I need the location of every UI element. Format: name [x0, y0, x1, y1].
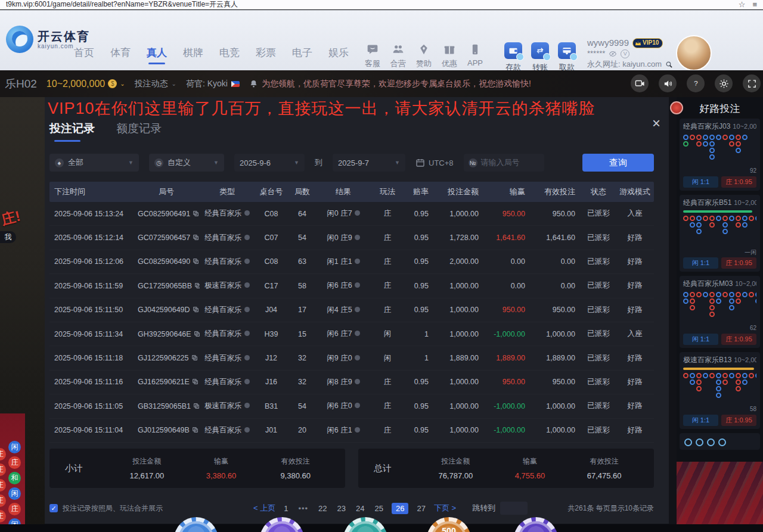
road-card-0[interactable]: 经典百家乐J0310~2,000,00092闲 1:1庄 1:0.95	[680, 119, 760, 191]
copy-icon[interactable]	[194, 331, 200, 337]
nav-item-1[interactable]: 体育	[110, 46, 131, 66]
page-url[interactable]: t9km.vip:6001/game/detail/realbet?enName…	[6, 0, 731, 10]
page-button-25[interactable]: 25	[373, 503, 385, 514]
game-type-dropdown[interactable]: ♠ 全部▼	[49, 154, 139, 172]
player-bet-button[interactable]: 闲 1:1	[683, 334, 718, 345]
quick-link-partner[interactable]: 合营	[390, 43, 406, 69]
bead: 庄	[0, 463, 6, 476]
cell-win: 950.00	[485, 378, 531, 386]
copy-icon[interactable]	[193, 258, 199, 265]
table-limit[interactable]: 10~2,000,000 $ ⌄	[46, 79, 125, 89]
bet-chip-2[interactable]	[343, 517, 387, 532]
quick-link-app[interactable]: APP	[467, 43, 483, 69]
search-icon[interactable]	[665, 61, 673, 69]
svg-text:?: ?	[694, 80, 697, 87]
banker-bet-button[interactable]: 庄 1:0.95	[721, 257, 756, 269]
nav-item-6[interactable]: 电子	[292, 46, 312, 66]
merge-checkbox[interactable]: ✓	[49, 504, 58, 512]
page-button-1[interactable]: 1	[282, 503, 290, 514]
cell-mode: 好路	[616, 425, 654, 435]
banker-bet-button[interactable]: 庄 1:0.95	[721, 176, 756, 188]
road-bead	[722, 135, 728, 140]
nav-item-2[interactable]: 真人	[147, 46, 167, 66]
tab-1[interactable]: 额度记录	[116, 121, 162, 142]
bet-chip-3[interactable]: 500	[427, 517, 471, 532]
banker-bet-button[interactable]: 庄 1:0.95	[721, 415, 756, 426]
copy-icon[interactable]	[192, 378, 198, 385]
tab-0[interactable]: 投注记录	[49, 121, 95, 142]
close-icon[interactable]: ×	[652, 117, 660, 130]
username[interactable]: wywy9999	[587, 38, 629, 48]
road-card-2[interactable]: 经典百家乐M0310~2,000,00062闲 1:1庄 1:0.95	[680, 276, 760, 348]
road-bead	[716, 292, 721, 297]
copy-icon[interactable]	[193, 403, 200, 409]
eye-icon[interactable]	[609, 51, 617, 57]
nav-item-0[interactable]: 首页	[74, 46, 94, 66]
video-icon[interactable]	[631, 74, 649, 92]
roadmap	[683, 373, 756, 405]
road-card-partial[interactable]	[680, 433, 760, 450]
wallet-link-transfer[interactable]: 转账	[531, 42, 549, 73]
bet-feed-toggle[interactable]: 投注动态 ⌄	[135, 79, 176, 89]
help-icon[interactable]: ?	[687, 74, 705, 92]
copy-icon[interactable]	[193, 306, 199, 313]
page-button-22[interactable]: 22	[317, 503, 328, 514]
prev-page-button[interactable]: < 上页	[253, 503, 275, 514]
road-bead	[703, 373, 708, 378]
bookmark-star-icon[interactable]: ☆	[739, 1, 746, 8]
road-card-name: 极速百家乐B13	[683, 355, 731, 365]
player-bet-button[interactable]: 闲 1:1	[683, 415, 718, 426]
road-bead	[703, 292, 708, 297]
avatar[interactable]	[676, 35, 712, 71]
page-button-23[interactable]: 23	[336, 503, 348, 514]
copy-icon[interactable]	[193, 210, 199, 217]
cell-time: 2025-09-06 15:11:04	[49, 426, 133, 434]
bet-chip-0[interactable]	[174, 517, 218, 532]
quick-link-label: 赞助	[416, 58, 432, 69]
nav-item-5[interactable]: 彩票	[256, 46, 276, 66]
road-bead	[729, 373, 734, 378]
quick-link-promo[interactable]: 优惠	[442, 43, 457, 69]
quick-link-support[interactable]: 客服	[365, 43, 380, 69]
copy-icon[interactable]	[193, 234, 199, 241]
fullscreen-icon[interactable]	[743, 74, 761, 92]
quick-link-sponsor[interactable]: 赞助	[416, 43, 432, 69]
round-number-input[interactable]: № 请输入局号	[464, 154, 544, 172]
modal-tabs: 投注记录额度记录	[49, 121, 162, 142]
copy-icon[interactable]	[191, 354, 198, 361]
col-header: 输赢	[485, 186, 531, 197]
wallet-link-withdraw[interactable]: 取款	[558, 42, 576, 73]
nav-item-3[interactable]: 棋牌	[183, 46, 203, 66]
banker-bet-button[interactable]: 庄 1:0.95	[721, 334, 756, 345]
road-card-1[interactable]: 经典百家乐B5110~2,000,000一闲闲 1:1庄 1:0.95	[680, 195, 760, 272]
road-card-3[interactable]: 极速百家乐B1310~2,000,00058闲 1:1庄 1:0.95	[680, 352, 760, 429]
player-bet-button[interactable]: 闲 1:1	[683, 257, 718, 269]
speaker-icon[interactable]	[659, 74, 677, 92]
cell-round: GJ1225906225	[133, 354, 200, 362]
copy-icon[interactable]	[192, 427, 198, 433]
browser-menu-icon[interactable]: ≡	[752, 1, 757, 8]
cell-time: 2025-09-06 15:11:05	[49, 402, 133, 410]
wallet-link-deposit[interactable]: 存款	[504, 42, 522, 73]
copy-icon[interactable]	[194, 282, 200, 289]
next-page-button[interactable]: 下页 >	[434, 503, 456, 514]
jump-input[interactable]	[500, 502, 528, 515]
time-range-dropdown[interactable]: ◷ 自定义▼	[149, 154, 224, 172]
page-button-24[interactable]: 24	[354, 503, 366, 514]
cell-play: 庄	[370, 401, 405, 411]
bet-chip-4[interactable]	[514, 517, 558, 532]
page-button-27[interactable]: 27	[415, 503, 427, 514]
search-button[interactable]: 查询	[582, 154, 654, 172]
me-badge[interactable]: 我	[0, 231, 16, 243]
permanent-url[interactable]: 永久网址: kaiyun.com	[587, 59, 662, 70]
road-bead	[690, 135, 695, 140]
bet-chip-1[interactable]	[260, 517, 304, 532]
settings-icon[interactable]	[715, 74, 733, 92]
page-button-26[interactable]: 26	[392, 503, 408, 514]
player-bet-button[interactable]: 闲 1:1	[683, 176, 718, 188]
date-from-picker[interactable]: 2025-9-6▼	[234, 154, 305, 172]
road-bead	[703, 216, 708, 221]
nav-item-7[interactable]: 娱乐	[328, 46, 349, 66]
nav-item-4[interactable]: 电竞	[219, 46, 240, 66]
date-to-picker[interactable]: 2025-9-7▼	[333, 154, 405, 172]
